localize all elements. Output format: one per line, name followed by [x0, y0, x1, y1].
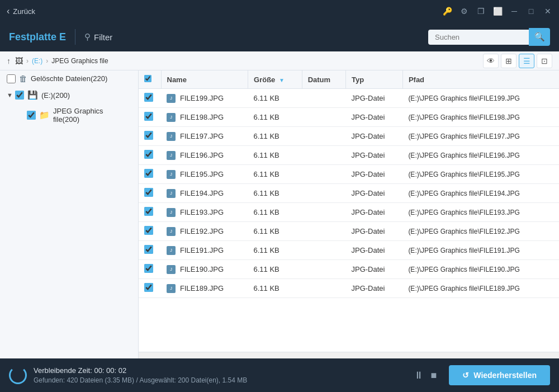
title-bar: ‹ Zurück 🔑 ⚙ ❐ ⬜ ─ □ ✕: [0, 0, 559, 22]
row-name-cell: J FILE192.JPG: [161, 222, 248, 241]
table-row: J FILE193.JPG 6.11 KB JPG-Datei (E:)\JPE…: [139, 203, 559, 222]
minimize-button[interactable]: ─: [510, 7, 519, 16]
sidebar-item-jpeg-folder[interactable]: 📁 JPEG Graphics file(200): [0, 103, 138, 127]
expand-arrow-drive[interactable]: ▼: [7, 92, 13, 98]
search-button[interactable]: 🔍: [529, 28, 550, 46]
row-date-cell: [302, 184, 345, 203]
row-date-cell: [302, 89, 345, 108]
row-check-cell: [139, 127, 161, 146]
row-size-cell: 6.11 KB: [248, 184, 302, 203]
col-name-label: Name: [167, 75, 187, 84]
main-content: 🗑 Gelöschte Dateien(220) ▼ 💾 (E:)(200) 📁…: [0, 70, 559, 358]
restore-button[interactable]: ↺ Wiederherstellen: [449, 365, 550, 385]
drive-icon: 💾: [27, 90, 38, 100]
row-date-cell: [302, 222, 345, 241]
breadcrumb-home-icon[interactable]: 🖼: [15, 56, 23, 65]
row-size-cell: 6.11 KB: [248, 89, 302, 108]
row-path-cell: (E:)\JPEG Graphics file\FILE197.JPG: [402, 127, 559, 146]
row-name-cell: J FILE198.JPG: [161, 108, 248, 127]
view-detail-button[interactable]: ⊡: [537, 54, 552, 68]
row-path-cell: (E:)\JPEG Graphics file\FILE196.JPG: [402, 146, 559, 165]
row-path-cell: (E:)\JPEG Graphics file\FILE189.JPG: [402, 279, 559, 298]
search-icon: 🔍: [534, 32, 545, 42]
col-date-label: Datum: [308, 75, 330, 84]
col-header-size[interactable]: Größe ▼: [248, 70, 302, 89]
sidebar-item-deleted[interactable]: 🗑 Gelöschte Dateien(220): [0, 70, 138, 87]
sidebar-item-drive-e[interactable]: ▼ 💾 (E:)(200): [0, 87, 138, 103]
bottom-bar: Verbleibende Zeit: 00: 00: 02 Gefunden: …: [0, 358, 559, 392]
filter-button[interactable]: ⚲ Filter: [84, 32, 112, 42]
restore-icon[interactable]: ⬜: [493, 7, 502, 16]
row-check-cell: [139, 184, 161, 203]
sort-icon: ▼: [279, 77, 285, 83]
row-checkbox-7[interactable]: [144, 226, 153, 235]
breadcrumb-up-icon[interactable]: ↑: [7, 56, 11, 65]
select-all-checkbox[interactable]: [144, 75, 151, 82]
status-time: Verbleibende Zeit: 00: 00: 02: [34, 366, 413, 375]
close-button[interactable]: ✕: [543, 7, 552, 16]
back-button[interactable]: ‹ Zurück: [7, 6, 35, 16]
filter-label: Filter: [94, 32, 112, 42]
lock-icon[interactable]: 🔑: [443, 7, 452, 16]
row-type-cell: JPG-Datei: [345, 203, 402, 222]
view-list-button[interactable]: ☰: [519, 54, 534, 68]
row-checkbox-5[interactable]: [144, 188, 153, 197]
file-name: FILE193.JPG: [180, 208, 224, 216]
sidebar-checkbox-drive-e[interactable]: [15, 91, 24, 100]
file-name: FILE191.JPG: [180, 246, 224, 254]
breadcrumb-drive[interactable]: (E:): [32, 57, 42, 65]
player-controls: ⏸ ■: [413, 369, 438, 382]
row-name-cell: J FILE193.JPG: [161, 203, 248, 222]
sidebar-label-deleted: Gelöschte Dateien(220): [31, 74, 107, 83]
row-checkbox-10[interactable]: [144, 283, 153, 292]
sidebar-checkbox-jpeg-folder[interactable]: [27, 111, 36, 120]
back-arrow-icon: ‹: [7, 6, 10, 16]
row-name-cell: J FILE195.JPG: [161, 165, 248, 184]
file-icon: J: [167, 189, 176, 198]
horizontal-scrollbar[interactable]: [139, 352, 559, 358]
row-size-cell: 6.11 KB: [248, 260, 302, 279]
table-row: J FILE195.JPG 6.11 KB JPG-Datei (E:)\JPE…: [139, 165, 559, 184]
view-eye-button[interactable]: 👁: [483, 54, 499, 68]
app-header: Festplatte E ⚲ Filter 🔍: [0, 22, 559, 51]
sidebar-checkbox-deleted[interactable]: [7, 74, 16, 83]
row-path-cell: (E:)\JPEG Graphics file\FILE194.JPG: [402, 184, 559, 203]
row-type-cell: JPG-Datei: [345, 241, 402, 260]
row-checkbox-2[interactable]: [144, 131, 153, 140]
col-type-label: Typ: [352, 75, 364, 84]
copy-icon[interactable]: ❐: [476, 7, 485, 16]
table-row: J FILE191.JPG 6.11 KB JPG-Datei (E:)\JPE…: [139, 241, 559, 260]
col-header-name[interactable]: Name: [161, 70, 248, 89]
row-checkbox-0[interactable]: [144, 93, 153, 102]
row-checkbox-6[interactable]: [144, 207, 153, 216]
row-checkbox-8[interactable]: [144, 245, 153, 254]
file-icon: J: [167, 265, 176, 274]
pause-button[interactable]: ⏸: [413, 369, 425, 382]
stop-button[interactable]: ■: [429, 369, 438, 382]
row-checkbox-1[interactable]: [144, 112, 153, 121]
row-check-cell: [139, 165, 161, 184]
row-path-cell: (E:)\JPEG Graphics file\FILE198.JPG: [402, 108, 559, 127]
row-checkbox-4[interactable]: [144, 169, 153, 178]
row-date-cell: [302, 127, 345, 146]
search-input[interactable]: [428, 30, 529, 45]
table-row: J FILE196.JPG 6.11 KB JPG-Datei (E:)\JPE…: [139, 146, 559, 165]
share-icon[interactable]: ⚙: [459, 7, 468, 16]
row-type-cell: JPG-Datei: [345, 260, 402, 279]
file-name: FILE192.JPG: [180, 227, 224, 235]
breadcrumb-bar: ↑ 🖼 › (E:) › JPEG Graphics file 👁 ⊞ ☰ ⊡: [0, 51, 559, 70]
row-date-cell: [302, 260, 345, 279]
row-path-cell: (E:)\JPEG Graphics file\FILE190.JPG: [402, 260, 559, 279]
row-size-cell: 6.11 KB: [248, 222, 302, 241]
view-grid-button[interactable]: ⊞: [501, 54, 517, 68]
row-name-cell: J FILE189.JPG: [161, 279, 248, 298]
col-header-check: [139, 70, 161, 89]
row-path-cell: (E:)\JPEG Graphics file\FILE191.JPG: [402, 241, 559, 260]
row-checkbox-3[interactable]: [144, 150, 153, 159]
row-type-cell: JPG-Datei: [345, 127, 402, 146]
maximize-button[interactable]: □: [527, 7, 536, 16]
row-size-cell: 6.11 KB: [248, 279, 302, 298]
file-table-scroll[interactable]: Name Größe ▼ Datum Typ Pfa: [139, 70, 559, 352]
row-checkbox-9[interactable]: [144, 264, 153, 273]
row-path-cell: (E:)\JPEG Graphics file\FILE195.JPG: [402, 165, 559, 184]
